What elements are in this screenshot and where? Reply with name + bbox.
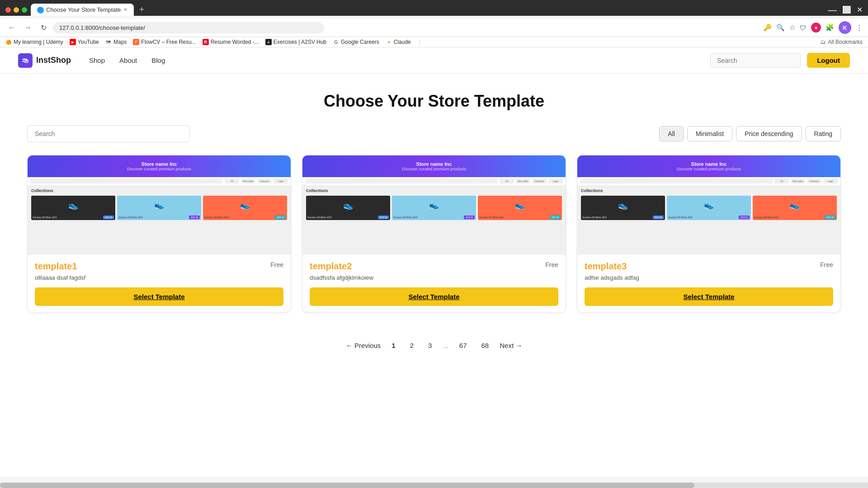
logout-btn[interactable]: Logout bbox=[807, 53, 850, 68]
profile-icon[interactable]: ● bbox=[811, 23, 821, 33]
bookmark-youtube-label: YouTube bbox=[78, 39, 99, 45]
nav-links: Shop About Blog bbox=[89, 56, 165, 64]
horizontal-scrollbar[interactable] bbox=[0, 483, 868, 488]
select-template-btn-2[interactable]: Select Template bbox=[310, 287, 558, 306]
main-content: Choose Your Store Template All Minimalis… bbox=[0, 74, 868, 387]
menu-btn[interactable]: ⋮ bbox=[856, 23, 863, 32]
window-buttons bbox=[5, 7, 27, 13]
page-2[interactable]: 2 bbox=[406, 340, 417, 351]
os-close-btn[interactable]: ✕ bbox=[857, 5, 863, 14]
filter-all-btn[interactable]: All bbox=[659, 126, 684, 141]
product-3-2: 👟 Snickets Off-White 2024 4000 Br bbox=[667, 196, 751, 220]
next-btn[interactable]: Next → bbox=[500, 342, 522, 349]
card-info-1: template1 Free olllaaaa dsaf fagdsf Sele… bbox=[28, 255, 291, 312]
select-template-btn-3[interactable]: Select Template bbox=[585, 287, 833, 306]
extension-icon[interactable]: 🧩 bbox=[826, 23, 834, 32]
bookmark-resume[interactable]: R Resume Worded -... bbox=[203, 39, 259, 45]
window-maximize-btn[interactable] bbox=[22, 7, 27, 13]
bookmark-udemy-label: My learning | Udemy bbox=[14, 39, 63, 45]
new-tab-btn[interactable]: + bbox=[136, 5, 148, 14]
navbar-search-input[interactable] bbox=[710, 53, 801, 68]
url-bar[interactable] bbox=[53, 22, 324, 33]
bookmark-maps-label: Maps bbox=[113, 39, 127, 45]
product-img-2-1: 👟 bbox=[306, 196, 390, 215]
product-name-2-1: Snickets Off-White 2024 bbox=[307, 216, 332, 219]
card-nav-2: All Best seller Featured Login bbox=[302, 177, 566, 186]
card-search-mini-3 bbox=[580, 179, 773, 183]
window-close-btn[interactable] bbox=[5, 7, 11, 13]
nav-shop[interactable]: Shop bbox=[89, 56, 105, 64]
bookmark-divider: | bbox=[419, 39, 420, 45]
store-tagline-1: Discover curated premium products bbox=[127, 167, 191, 171]
card-top-3: template3 Free bbox=[585, 261, 833, 272]
product-2-2: 👟 Snickets Off-White 2024 4000 Br bbox=[392, 196, 476, 220]
bookmark-maps[interactable]: 🗺 Maps bbox=[105, 39, 127, 45]
card-nav-3: All Best seller Featured Login bbox=[577, 177, 840, 186]
forward-btn[interactable]: → bbox=[22, 22, 34, 33]
template-name-3: template3 bbox=[585, 261, 627, 272]
os-minimize-btn[interactable]: — bbox=[828, 5, 837, 14]
page-1[interactable]: 1 bbox=[388, 340, 399, 351]
select-template-btn-1[interactable]: Select Template bbox=[35, 287, 283, 306]
bookmark-flowcv[interactable]: F FlowCV – Free Resu... bbox=[133, 39, 196, 45]
nav-about[interactable]: About bbox=[119, 56, 137, 64]
shield-icon[interactable]: 🛡 bbox=[800, 24, 807, 32]
bookmark-youtube[interactable]: ▶ YouTube bbox=[70, 39, 99, 45]
nav-blog[interactable]: Blog bbox=[151, 56, 165, 64]
window-minimize-btn[interactable] bbox=[14, 7, 19, 13]
bookmark-udemy[interactable]: 🟠 My learning | Udemy bbox=[5, 39, 63, 45]
os-maximize-btn[interactable]: ⬜ bbox=[842, 5, 851, 14]
active-tab[interactable]: 🌐 Choose Your Store Template ✕ bbox=[31, 4, 134, 16]
card-info-2: template2 Free dsadfssfa afgdjklmkoiew S… bbox=[302, 255, 566, 312]
product-img-3-3: 👟 bbox=[753, 196, 837, 215]
os-window-controls: — ⬜ ✕ bbox=[828, 5, 863, 14]
product-3-3: 👟 Snickets Off-White 2024 3850 Br bbox=[753, 196, 837, 220]
price-badge-1-3: 3850 Br bbox=[275, 216, 286, 219]
page-3[interactable]: 3 bbox=[425, 340, 435, 351]
user-avatar-btn[interactable]: K bbox=[839, 21, 851, 34]
template-desc-3: adfse adsgads adfag bbox=[585, 274, 833, 281]
card-nav-1: All Best seller Featured Login bbox=[28, 177, 291, 186]
product-1-1: 👟 Snickets Off-White 2024 3500 Br bbox=[31, 196, 115, 220]
product-name-1-1: Snickets Off-White 2024 bbox=[33, 216, 57, 219]
all-bookmarks-btn[interactable]: 🗂 All Bookmarks bbox=[821, 39, 863, 45]
product-2-1: 👟 Snickets Off-White 2024 3500 Br bbox=[306, 196, 390, 220]
bookmark-icon[interactable]: ☆ bbox=[789, 23, 795, 32]
youtube-icon: ▶ bbox=[70, 39, 76, 45]
card-search-mini-2 bbox=[305, 179, 498, 183]
filter-price-btn[interactable]: Price descending bbox=[736, 126, 802, 141]
page-title: Choose Your Store Template bbox=[27, 92, 841, 111]
claude-icon: ✳ bbox=[386, 39, 392, 45]
udemy-icon: 🟠 bbox=[5, 39, 12, 45]
bookmark-google[interactable]: G Google Careers bbox=[333, 39, 379, 45]
card-search-mini-1 bbox=[30, 179, 223, 183]
bookmark-flowcv-label: FlowCV – Free Resu... bbox=[141, 39, 196, 45]
previous-btn[interactable]: ← Previous bbox=[346, 342, 381, 349]
page-68[interactable]: 68 bbox=[478, 340, 493, 351]
scrollbar-thumb[interactable] bbox=[0, 483, 694, 488]
filter-rating-btn[interactable]: Rating bbox=[806, 126, 841, 141]
reload-btn[interactable]: ↻ bbox=[38, 22, 49, 34]
bookmark-claude[interactable]: ✳ Claude bbox=[386, 39, 411, 45]
page: 🛍 InstShop Shop About Blog Logout Choose… bbox=[0, 47, 868, 477]
filter-minimalist-btn[interactable]: Minimalist bbox=[687, 126, 732, 141]
back-btn[interactable]: ← bbox=[5, 22, 18, 33]
product-info-3-1: Snickets Off-White 2024 3500 Br bbox=[581, 215, 665, 220]
card-best-btn-2: Best seller bbox=[516, 179, 530, 183]
tab-title: Choose Your Store Template bbox=[46, 6, 121, 13]
card-preview-1: Store name Inc Discover curated premium … bbox=[28, 155, 291, 255]
product-info-1-2: Snickets Off-White 2024 4000 Br bbox=[117, 215, 201, 220]
bookmark-a2sv[interactable]: A Exercises | A2SV Hub bbox=[265, 39, 326, 45]
product-info-2-3: Snickets Off-White 2024 3850 Br bbox=[478, 215, 562, 220]
page-67[interactable]: 67 bbox=[456, 340, 471, 351]
tab-close-btn[interactable]: ✕ bbox=[123, 7, 127, 13]
page-ellipsis: ... bbox=[443, 342, 448, 349]
brand-name: InstShop bbox=[36, 56, 71, 65]
template-card-2: Store name Inc Discover curated premium … bbox=[302, 155, 566, 313]
zoom-icon[interactable]: 🔍 bbox=[776, 23, 785, 32]
product-2-3: 👟 Snickets Off-White 2024 3850 Br bbox=[478, 196, 562, 220]
key-icon[interactable]: 🔑 bbox=[763, 23, 772, 32]
template-search-input[interactable] bbox=[27, 125, 190, 142]
brand[interactable]: 🛍 InstShop bbox=[18, 53, 71, 68]
card-collections-title-1: Collections bbox=[31, 188, 287, 193]
